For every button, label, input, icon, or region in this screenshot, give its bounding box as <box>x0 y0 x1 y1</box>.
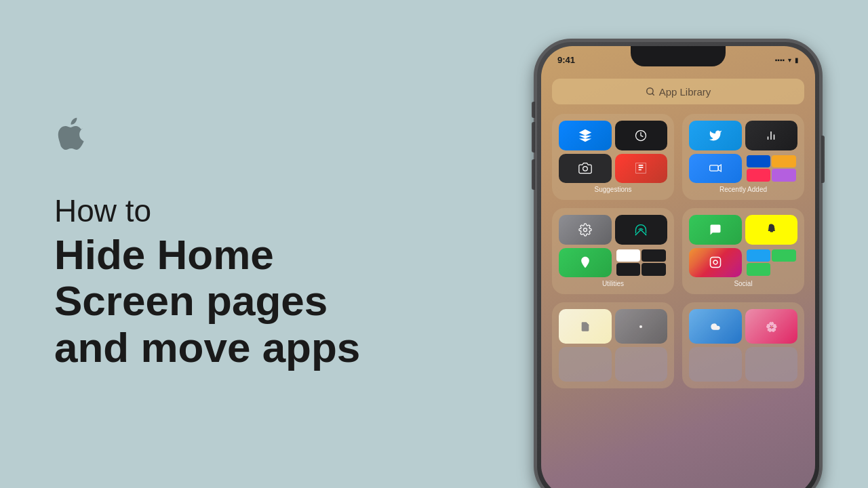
svg-point-13 <box>639 325 642 328</box>
power-button <box>821 136 825 183</box>
utilities-small-icons <box>615 248 668 278</box>
recently-added-folder[interactable]: Recently Added <box>682 114 804 200</box>
svg-rect-11 <box>710 258 720 268</box>
messages-icon <box>689 215 742 245</box>
recently-added-small-icons <box>745 154 798 184</box>
main-title: Hide Home Screen pages and move apps <box>54 232 448 371</box>
barcode-mini-icon <box>616 263 641 276</box>
recently-added-grid <box>689 121 797 183</box>
svg-marker-8 <box>718 165 721 171</box>
svg-point-3 <box>583 167 587 171</box>
svg-rect-7 <box>709 165 718 171</box>
weather-icon <box>689 309 742 344</box>
svg-line-1 <box>652 94 654 96</box>
app-library-search[interactable]: App Library <box>552 79 804 104</box>
facetime-mini-icon <box>747 263 771 276</box>
recently-added-label: Recently Added <box>689 186 797 193</box>
wifi-icon: ▾ <box>788 56 791 64</box>
twitter-mini-icon <box>747 249 771 262</box>
blank-mini-icon <box>772 263 796 276</box>
blank-icon-2 <box>615 347 668 382</box>
music-mini-icon <box>747 169 771 182</box>
trello-mini-icon <box>747 155 771 168</box>
suggestions-folder[interactable]: Suggestions <box>552 114 674 200</box>
coin-mini-icon <box>772 155 796 168</box>
right-section: 9:41 ▪▪▪▪ ▾ ▮ App Library <box>488 0 868 488</box>
suggestions-grid <box>559 121 667 183</box>
watch-face-icon <box>615 121 668 150</box>
magnifier-mini-icon <box>616 249 641 262</box>
bottom-folder-1[interactable] <box>552 302 674 388</box>
battery-icon: ▮ <box>795 56 799 64</box>
social-folder[interactable]: Social <box>682 208 804 294</box>
left-section: How to Hide Home Screen pages and move a… <box>0 77 488 411</box>
bottom-folder-2[interactable]: 🌸 <box>682 302 804 388</box>
zoom-icon <box>689 154 742 184</box>
notch <box>631 46 726 66</box>
notes-icon <box>559 309 612 344</box>
phone-mini-icon <box>772 249 796 262</box>
silent-switch <box>532 102 535 118</box>
terminal-mini-icon <box>642 263 666 276</box>
camera-icon <box>559 154 612 184</box>
calculator-mini-icon <box>642 249 666 262</box>
phone-mockup: 9:41 ▪▪▪▪ ▾ ▮ App Library <box>536 41 821 488</box>
app-grid: Suggestions <box>552 114 804 483</box>
bottom-folder-1-grid <box>559 309 667 382</box>
blank-icon-1 <box>559 347 612 382</box>
how-to-label: How to <box>54 193 448 229</box>
blank-icon-4 <box>745 347 798 382</box>
podcast-mini-icon <box>772 169 796 182</box>
social-grid <box>689 215 797 277</box>
blank-icon-3 <box>689 347 742 382</box>
settings-icon <box>559 215 612 245</box>
apple-logo <box>54 117 448 152</box>
social-small-icons <box>745 248 798 278</box>
status-time: 9:41 <box>557 55 575 65</box>
settings2-icon <box>615 309 668 344</box>
svg-point-9 <box>583 228 587 231</box>
instagram-icon <box>689 248 742 278</box>
suggestions-label: Suggestions <box>559 186 667 193</box>
status-icons: ▪▪▪▪ ▾ ▮ <box>775 56 799 64</box>
social-label: Social <box>689 280 797 287</box>
utilities-grid <box>559 215 667 277</box>
utilities-folder[interactable]: Utilities <box>552 208 674 294</box>
utilities-label: Utilities <box>559 280 667 287</box>
news-icon <box>615 154 668 184</box>
app-library-label: App Library <box>659 86 711 98</box>
signal-icon: ▪▪▪▪ <box>775 56 785 64</box>
app-store-icon <box>559 121 612 150</box>
find-my-icon <box>559 248 612 278</box>
charts-icon <box>745 121 798 150</box>
bottom-folder-2-grid: 🌸 <box>689 309 797 382</box>
volume-up-button <box>532 122 535 152</box>
voice-memo-icon <box>615 215 668 245</box>
snapchat-icon <box>745 215 798 245</box>
twitter-icon <box>689 121 742 150</box>
phone-screen: 9:41 ▪▪▪▪ ▾ ▮ App Library <box>541 46 815 488</box>
volume-down-button <box>532 159 535 190</box>
flower-icon: 🌸 <box>745 309 798 344</box>
